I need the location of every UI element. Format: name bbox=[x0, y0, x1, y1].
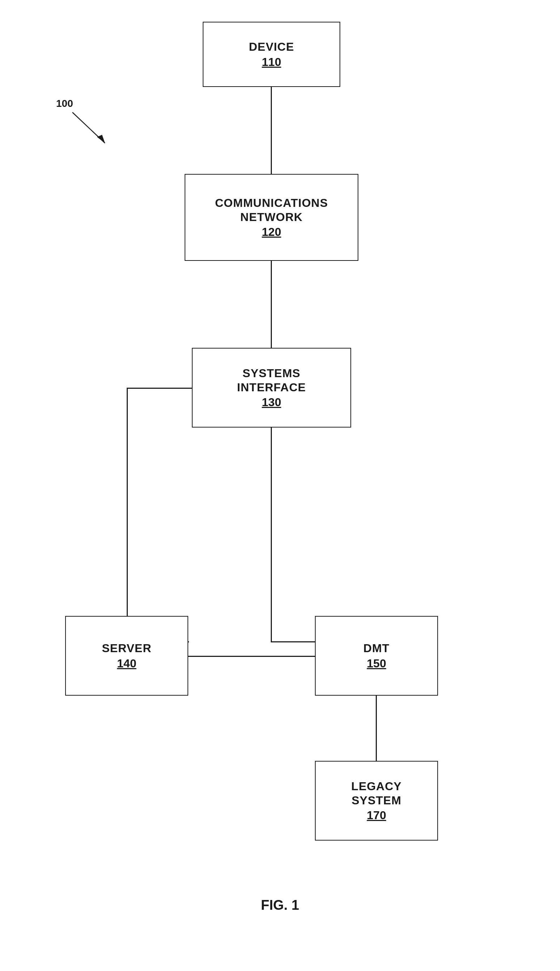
comm-network-number: 120 bbox=[262, 226, 281, 239]
ref-arrow bbox=[65, 109, 116, 152]
svg-marker-1 bbox=[97, 135, 105, 143]
line-sys-bottom-v bbox=[271, 428, 272, 641]
device-label: DEVICE bbox=[249, 40, 294, 53]
legacy-system-box: LEGACY SYSTEM 170 bbox=[315, 761, 438, 841]
line-dmt-to-legacy bbox=[376, 696, 377, 762]
comm-network-box: COMMUNICATIONS NETWORK 120 bbox=[185, 174, 358, 261]
systems-interface-label: SYSTEMS INTERFACE bbox=[237, 366, 306, 394]
systems-interface-box: SYSTEMS INTERFACE 130 bbox=[192, 348, 351, 428]
dmt-label: DMT bbox=[363, 641, 390, 655]
fig-label: FIG. 1 bbox=[0, 897, 560, 913]
server-box: SERVER 140 bbox=[65, 616, 188, 696]
line-server-to-dmt bbox=[188, 656, 316, 657]
legacy-system-number: 170 bbox=[367, 809, 386, 822]
line-sys-to-server-h1 bbox=[127, 388, 193, 389]
comm-network-label: COMMUNICATIONS NETWORK bbox=[215, 196, 328, 224]
diagram: 100 DEVICE 110 COMMUNICATIONS NETWORK 12… bbox=[0, 0, 560, 935]
server-label: SERVER bbox=[102, 641, 151, 655]
line-center-to-dmt-h bbox=[271, 641, 316, 642]
ref-100-label: 100 bbox=[56, 98, 73, 109]
dmt-box: DMT 150 bbox=[315, 616, 438, 696]
dmt-number: 150 bbox=[367, 657, 386, 670]
server-number: 140 bbox=[117, 657, 136, 670]
line-comm-to-sys bbox=[271, 261, 272, 348]
legacy-system-label: LEGACY SYSTEM bbox=[351, 779, 402, 807]
systems-interface-number: 130 bbox=[262, 396, 281, 409]
line-sys-to-server-v bbox=[127, 388, 128, 641]
device-box: DEVICE 110 bbox=[203, 22, 340, 87]
line-device-to-comm bbox=[271, 87, 272, 174]
device-number: 110 bbox=[262, 55, 281, 69]
